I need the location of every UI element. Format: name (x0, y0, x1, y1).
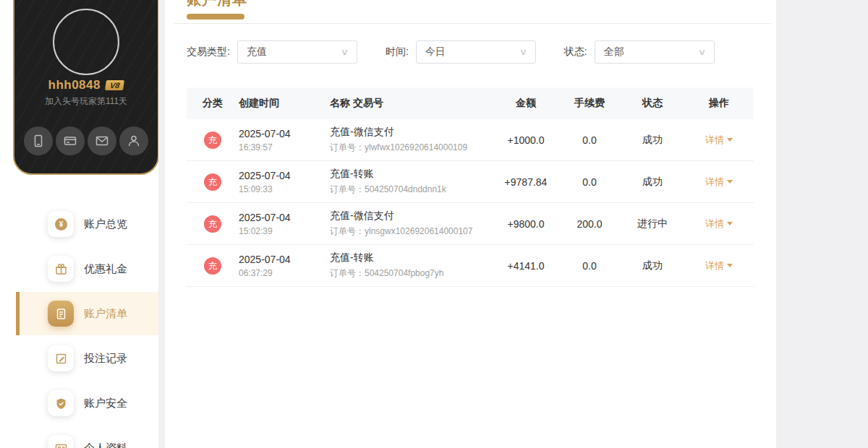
recharge-category-badge: 充 (204, 215, 221, 233)
row-date: 2025-07-04 (239, 128, 330, 139)
select-value: 今日 (425, 46, 446, 59)
title-area: 账户清单 (187, 0, 776, 9)
table-header: 分类 创建时间 名称 交易号 金额 手续费 状态 操作 (187, 87, 754, 119)
shield-check-icon (48, 390, 74, 416)
sidebar-item-account-statement[interactable]: 账户清单 (16, 292, 158, 335)
row-date: 2025-07-04 (239, 212, 330, 223)
filter-label: 交易类型: (187, 46, 230, 59)
recharge-category-badge: 充 (204, 257, 221, 275)
transactions-table: 分类 创建时间 名称 交易号 金额 手续费 状态 操作 充 2025-07-04… (187, 87, 754, 287)
note-pencil-icon (48, 345, 74, 371)
sidebar-item-account-security[interactable]: 账户安全 (16, 382, 158, 425)
detail-link[interactable]: 详情 (705, 218, 733, 229)
table-body: 充 2025-07-04 16:39:57 充值-微信支付 订单号：ylwfwx… (187, 119, 754, 287)
table-row: 充 2025-07-04 15:09:33 充值-转账 订单号：50425070… (187, 161, 754, 203)
select-value: 充值 (247, 46, 267, 59)
gift-icon (48, 256, 74, 282)
row-fee: 0.0 (558, 176, 621, 188)
header-actions: 操作 (684, 97, 754, 110)
row-amount: +9787.84 (493, 176, 558, 188)
recharge-category-badge: 充 (204, 132, 221, 149)
main-content: 账户清单 交易类型: 充值 ∨ 时间: 今日 ∨ 状态: (165, 0, 776, 448)
sidebar-item-label: 优惠礼金 (84, 262, 127, 276)
header-divider (174, 23, 771, 24)
row-time: 15:02:39 (239, 226, 330, 236)
row-time: 06:37:29 (239, 268, 330, 278)
sidebar-item-label: 投注记录 (84, 352, 127, 366)
chevron-down-icon: ∨ (698, 47, 706, 57)
username-row: hhh0848 V8 (14, 78, 158, 92)
row-date: 2025-07-04 (239, 170, 330, 181)
yuan-coin-icon: ¥ (48, 211, 74, 237)
row-status: 进行中 (621, 217, 684, 231)
sidebar-menu: ¥ 账户总览 优惠礼金 账户清单 投注记录 (0, 202, 158, 448)
filter-label: 时间: (386, 46, 409, 59)
header-fee: 手续费 (558, 97, 621, 110)
mail-icon[interactable] (88, 126, 116, 155)
sidebar-item-promotions[interactable]: 优惠礼金 (16, 247, 158, 290)
recharge-category-badge: 充 (204, 173, 221, 191)
statement-document-icon (48, 301, 74, 327)
detail-link[interactable]: 详情 (705, 134, 733, 145)
username: hhh0848 (48, 78, 101, 92)
row-status: 成功 (621, 134, 684, 147)
chevron-down-icon: ∨ (341, 47, 349, 57)
filter-time: 时间: 今日 ∨ (386, 40, 536, 64)
transaction-type-select[interactable]: 充值 ∨ (237, 40, 357, 64)
sidebar-item-label: 个人资料 (84, 441, 127, 448)
sidebar-item-bet-records[interactable]: 投注记录 (16, 337, 158, 380)
row-name: 充值-转账 (330, 251, 493, 264)
header-created-time: 创建时间 (239, 97, 330, 110)
status-select[interactable]: 全部 ∨ (595, 40, 715, 64)
row-status: 成功 (621, 176, 684, 189)
row-fee: 0.0 (558, 260, 621, 272)
sidebar-item-account-overview[interactable]: ¥ 账户总览 (16, 202, 158, 246)
phone-icon[interactable] (24, 126, 53, 155)
time-select[interactable]: 今日 ∨ (416, 40, 536, 64)
row-fee: 0.0 (558, 134, 621, 146)
filter-label: 状态: (564, 46, 587, 59)
row-time: 16:39:57 (239, 142, 330, 152)
page: hhh0848 V8 加入头号玩家第111天 (0, 0, 868, 448)
profile-card: hhh0848 V8 加入头号玩家第111天 (13, 0, 158, 175)
sidebar: hhh0848 V8 加入头号玩家第111天 (0, 0, 158, 448)
bank-card-icon[interactable] (56, 126, 85, 155)
contact-icon[interactable] (119, 126, 148, 155)
caret-down-icon (727, 180, 733, 184)
row-amount: +4141.0 (493, 260, 558, 272)
sidebar-item-personal-profile[interactable]: 个人资料 (16, 426, 158, 448)
row-name: 充值-微信支付 (330, 210, 493, 223)
row-date: 2025-07-04 (239, 254, 330, 265)
row-order-number: 订单号：ylnsgwx1026920614000107 (330, 225, 493, 238)
header-category: 分类 (187, 97, 239, 110)
row-name: 充值-转账 (330, 168, 493, 181)
page-background (776, 0, 868, 448)
header-status: 状态 (621, 97, 684, 110)
row-amount: +1000.0 (493, 134, 558, 146)
page-title: 账户清单 (187, 0, 776, 9)
filter-status: 状态: 全部 ∨ (564, 40, 715, 64)
table-row: 充 2025-07-04 06:37:29 充值-转账 订单号：50425070… (187, 245, 754, 287)
sidebar-item-label: 账户清单 (84, 307, 127, 321)
title-underline (187, 14, 244, 20)
select-value: 全部 (604, 46, 624, 59)
row-status: 成功 (621, 259, 684, 272)
quick-icons-row (14, 126, 158, 155)
table-row: 充 2025-07-04 16:39:57 充值-微信支付 订单号：ylwfwx… (187, 119, 754, 161)
vip-level-badge: V8 (105, 80, 124, 90)
caret-down-icon (727, 138, 733, 142)
detail-link[interactable]: 详情 (705, 260, 733, 271)
row-time: 15:09:33 (239, 184, 330, 194)
chevron-down-icon: ∨ (519, 47, 527, 57)
svg-text:¥: ¥ (59, 220, 63, 228)
row-fee: 200.0 (558, 218, 621, 230)
row-order-number: 订单号：504250704dnddnn1k (330, 184, 493, 196)
id-card-icon (48, 435, 74, 448)
caret-down-icon (727, 264, 733, 267)
detail-link[interactable]: 详情 (705, 176, 733, 187)
row-order-number: 订单号：ylwfwx1026920614000109 (330, 142, 493, 154)
row-amount: +9800.0 (493, 218, 558, 230)
row-name: 充值-微信支付 (330, 126, 493, 139)
caret-down-icon (727, 222, 733, 225)
filter-transaction-type: 交易类型: 充值 ∨ (187, 40, 357, 64)
